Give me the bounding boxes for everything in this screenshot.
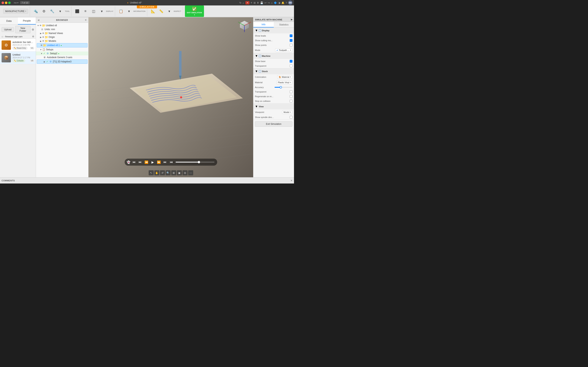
tree-arrow-named-views[interactable]: ▶ bbox=[40, 32, 42, 34]
tree-arrow-models[interactable]: ▶ bbox=[40, 40, 42, 42]
user-menu[interactable]: me ▾ bbox=[14, 1, 18, 4]
browser-collapse-icon[interactable]: ◀ bbox=[38, 19, 39, 21]
transparent-machine-checkbox[interactable] bbox=[290, 65, 293, 67]
playback-progress[interactable] bbox=[176, 162, 214, 163]
show-cutting-checkbox[interactable] bbox=[290, 39, 293, 42]
refresh-button[interactable]: ↻ bbox=[239, 1, 242, 4]
comments-settings-icon[interactable]: ✕ bbox=[291, 179, 293, 182]
vt-pan-btn[interactable]: ✋ bbox=[154, 170, 159, 175]
check-setup2[interactable]: ✓ bbox=[43, 52, 46, 55]
eye-icon-root[interactable]: 👁 bbox=[40, 24, 42, 27]
add-tab-button[interactable]: + bbox=[251, 1, 252, 4]
breadcrumb-settings-icon[interactable]: ⚙ bbox=[32, 35, 34, 38]
step-forward-button[interactable]: ⏩ bbox=[156, 159, 162, 165]
tree-item-models[interactable]: ▶ 👁 📁 Models bbox=[36, 39, 88, 43]
save-button[interactable]: 💾 bbox=[260, 1, 263, 4]
display-btn-2[interactable]: ≡ bbox=[82, 8, 89, 14]
tool-btn-2[interactable]: ⚙ bbox=[40, 8, 48, 14]
viewpoint-dropdown[interactable]: Model ▾ bbox=[282, 110, 293, 114]
tool-btn-1[interactable]: 🔩 bbox=[32, 8, 40, 14]
tool-dropdown-btn[interactable]: ▾ bbox=[56, 8, 64, 14]
tree-item-operation[interactable]: ▶ ✓ ⚙ [T1] 2D Adaptive3 bbox=[37, 59, 87, 64]
tree-item-root[interactable]: ▼ 👁 📁 Untitled v8 bbox=[36, 24, 88, 27]
tree-item-setup2[interactable]: ▼ ✓ ⚙ Setup2 ● bbox=[36, 51, 88, 55]
tree-item-origin[interactable]: ▶ 👁 📁 Origin bbox=[36, 35, 88, 39]
inspect-btn-2[interactable]: 📏 bbox=[157, 8, 165, 14]
tree-arrow-setup2[interactable]: ▼ bbox=[40, 52, 43, 55]
stop-collision-checkbox[interactable] bbox=[290, 100, 293, 102]
undo-button[interactable]: ↩ bbox=[264, 1, 267, 4]
exit-simulation-panel-button[interactable]: Exit Simulation bbox=[255, 121, 293, 127]
info-dropdown-btn[interactable]: ▾ bbox=[125, 8, 133, 14]
view-section-header[interactable]: ▼ View bbox=[253, 104, 294, 109]
file-item-2[interactable]: 📦 Untitled 2024-04-27 2:17 PM ✏️ Editabl… bbox=[0, 51, 36, 64]
browser-close-icon[interactable]: ✕ bbox=[85, 19, 87, 21]
home-button[interactable]: ⌂ bbox=[271, 1, 273, 4]
display-dropdown-btn[interactable]: ▾ bbox=[98, 8, 106, 14]
next-keyframe-button[interactable]: ⏭ bbox=[162, 159, 168, 165]
upload-button[interactable]: Upload bbox=[1, 27, 14, 32]
playback-ghost-icon[interactable]: 👻 bbox=[126, 160, 130, 164]
display-section-header[interactable]: ▼ Display bbox=[253, 28, 294, 33]
skip-start-button[interactable]: ⏮ bbox=[131, 159, 137, 165]
show-spindle-checkbox[interactable] bbox=[290, 116, 293, 119]
minimize-button[interactable] bbox=[5, 1, 7, 4]
notification-button[interactable]: 🔔 bbox=[281, 1, 285, 4]
new-folder-button[interactable]: New Folder bbox=[15, 26, 31, 33]
display-btn-3[interactable]: ◫ bbox=[90, 8, 97, 14]
tab-statistics[interactable]: Statistics bbox=[274, 22, 294, 27]
playback-progress-thumb[interactable] bbox=[198, 161, 200, 163]
search-button[interactable]: ⌕ bbox=[243, 1, 244, 4]
eye-icon-origin[interactable]: 👁 bbox=[42, 36, 44, 38]
eye-icon-models[interactable]: 👁 bbox=[42, 40, 44, 42]
info-btn[interactable]: 📋 bbox=[117, 8, 125, 14]
play-button[interactable]: ▶ bbox=[150, 159, 155, 165]
tree-arrow-setups[interactable]: ▼ bbox=[40, 49, 42, 51]
vt-zoom-ex-btn[interactable]: ⊞ bbox=[171, 170, 176, 175]
tree-item-units[interactable]: ⊞ Units: mm bbox=[36, 27, 88, 31]
check-operation[interactable]: ✓ bbox=[46, 60, 49, 63]
accuracy-slider[interactable] bbox=[275, 87, 293, 88]
skip-end-button[interactable]: ⏮ bbox=[168, 159, 174, 165]
vt-zoom-btn[interactable]: 🔍 bbox=[166, 170, 170, 175]
display-btn-1[interactable]: ⬛ bbox=[73, 8, 81, 14]
redo-button[interactable]: ↪ bbox=[268, 1, 270, 4]
exit-simulation-button[interactable]: ✅ EXIT SIMULATION ▾ bbox=[185, 5, 204, 17]
step-back-button[interactable]: ⏪ bbox=[144, 159, 149, 165]
tab-info[interactable]: Info bbox=[253, 22, 274, 27]
avatar[interactable]: BB bbox=[288, 0, 293, 5]
mode-dropdown[interactable]: ⇌ Toolpath ... ▾ bbox=[275, 48, 293, 52]
tree-arrow-operation[interactable]: ▶ bbox=[43, 61, 46, 63]
simulate-expand-icon[interactable]: ▶ bbox=[291, 18, 293, 21]
tool-btn-3[interactable]: 🔧 bbox=[48, 8, 56, 14]
colorization-dropdown[interactable]: 🎨 Material ▾ bbox=[277, 75, 293, 79]
manufacture-button[interactable]: MANUFACTURE ▾ bbox=[3, 9, 28, 14]
show-base-checkbox[interactable] bbox=[290, 60, 293, 63]
share-button[interactable]: ⬆ bbox=[257, 1, 259, 4]
maximize-button[interactable] bbox=[8, 1, 11, 4]
eye-icon-v8-1[interactable]: 👁 bbox=[41, 44, 42, 46]
material-dropdown[interactable]: Plastic Vinyl ▾ bbox=[277, 81, 293, 84]
tree-arrow-origin[interactable]: ▶ bbox=[40, 36, 42, 38]
sidebar-settings-icon[interactable]: ⚙ bbox=[32, 28, 34, 31]
vt-select-btn[interactable]: ↖ bbox=[149, 170, 154, 175]
view-cube[interactable]: Z X Y bbox=[238, 19, 251, 33]
show-points-checkbox[interactable] bbox=[290, 44, 293, 46]
help-button[interactable]: ? bbox=[286, 1, 287, 4]
close-button[interactable] bbox=[1, 1, 4, 4]
tree-item-v8-1[interactable]: 👁 📁 Untitled v8:1 ● bbox=[37, 43, 87, 47]
close-tab-button[interactable]: ✕ bbox=[245, 1, 250, 4]
tab-people[interactable]: People bbox=[18, 17, 36, 25]
show-leads-checkbox[interactable] bbox=[290, 34, 293, 37]
theme-button[interactable]: ◑ bbox=[278, 1, 280, 4]
tree-item-setups[interactable]: ▼ 📋 Setups bbox=[36, 48, 88, 51]
tree-item-generic[interactable]: 🖥 Autodesk Generic 3-axis bbox=[36, 55, 88, 59]
stock-section-header[interactable]: ▼ Stock bbox=[253, 68, 294, 74]
vt-render-btn[interactable]: ▣ bbox=[177, 170, 182, 175]
breadcrumb-home-icon[interactable]: ⌂ bbox=[1, 35, 3, 38]
transparent-stock-checkbox[interactable] bbox=[290, 90, 293, 93]
tab-data[interactable]: Data bbox=[0, 17, 18, 25]
tree-arrow-root[interactable]: ▼ bbox=[37, 25, 40, 27]
prev-keyframe-button[interactable]: ⏭ bbox=[137, 159, 143, 165]
accuracy-thumb[interactable] bbox=[280, 86, 282, 88]
